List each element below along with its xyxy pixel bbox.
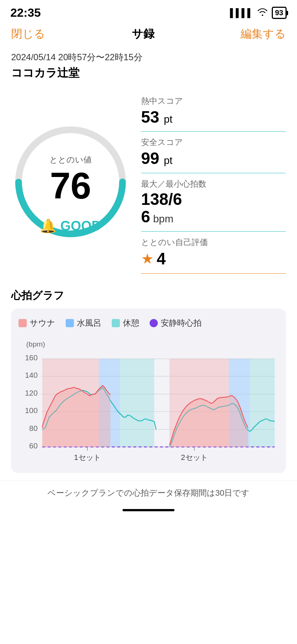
- circle-label-text: ととのい値: [49, 155, 92, 166]
- circle-label: ととのい値 76: [49, 155, 92, 205]
- metric-netchuu-label: 熱中スコア: [141, 96, 286, 107]
- legend-sauna: サウナ: [19, 318, 55, 329]
- metric-self-eval-label: ととのい自己評価: [141, 237, 286, 248]
- star-icon: ★: [141, 251, 154, 267]
- metrics-panel: 熱中スコア 53 pt 安全スコア 99 pt 最大／最小心拍数 138/6 6…: [134, 90, 286, 274]
- svg-text:160: 160: [25, 354, 37, 362]
- metric-self-eval-value: ★ 4: [141, 249, 286, 268]
- star-number: 4: [157, 249, 166, 268]
- svg-text:(bpm): (bpm): [26, 340, 45, 348]
- good-text: GOOD: [60, 218, 101, 234]
- graph-legend: サウナ 水風呂 休憩 安静時心拍: [19, 318, 278, 329]
- metric-heart-bpm: 6 bpm: [141, 207, 286, 226]
- metric-safety-label: 安全スコア: [141, 137, 286, 148]
- page-title: サ録: [132, 26, 154, 42]
- svg-text:120: 120: [25, 389, 37, 397]
- status-bar: 22:35 ▌▌▌▌ 93: [0, 0, 297, 23]
- home-bar: [123, 509, 174, 511]
- chart-svg: 160 140 120 100 80 60 (bpm): [19, 335, 278, 462]
- wifi-icon: [257, 8, 268, 18]
- water-label: 水風呂: [77, 318, 101, 329]
- svg-rect-20: [250, 359, 275, 447]
- circle-gauge: ととのい値 76 🔔 GOOD: [7, 119, 134, 245]
- chart-area: 160 140 120 100 80 60 (bpm): [19, 335, 278, 462]
- resting-hr-dot: [150, 319, 158, 327]
- metric-heart: 最大／最小心拍数 138/6 6 bpm: [141, 173, 286, 232]
- metric-heart-value: 138/6: [141, 191, 286, 207]
- legend-rest: 休憩: [112, 318, 139, 329]
- session-date: 2024/05/14 20時57分〜22時15分: [11, 51, 286, 63]
- rest-label: 休憩: [123, 318, 139, 329]
- bottom-info: ベーシックプランでの心拍データ保存期間は30日です: [0, 480, 297, 505]
- graph-container: サウナ 水風呂 休憩 安静時心拍: [11, 309, 286, 473]
- legend-resting-hr: 安静時心拍: [150, 318, 202, 329]
- water-dot: [66, 319, 74, 327]
- svg-rect-17: [120, 359, 154, 447]
- metric-self-eval: ととのい自己評価 ★ 4: [141, 232, 286, 274]
- status-time: 22:35: [10, 6, 41, 20]
- resting-hr-label: 安静時心拍: [161, 318, 202, 329]
- close-button[interactable]: 閉じる: [11, 26, 45, 42]
- session-location: ココカラ辻堂: [11, 65, 286, 81]
- home-indicator: [0, 505, 297, 515]
- score-section: ととのい値 76 🔔 GOOD 熱中スコア 53 pt 安全スコア 99 pt …: [0, 83, 297, 281]
- graph-section: 心拍グラフ サウナ 水風呂 休憩 安静時心拍: [0, 281, 297, 480]
- status-icons: ▌▌▌▌ 93: [230, 7, 287, 19]
- signal-icon: ▌▌▌▌: [230, 8, 253, 18]
- edit-button[interactable]: 編集する: [241, 26, 286, 42]
- bell-icon: 🔔: [40, 218, 56, 234]
- battery-icon: 93: [272, 7, 287, 19]
- session-info: 2024/05/14 20時57分〜22時15分 ココカラ辻堂: [0, 48, 297, 83]
- sauna-dot: [19, 319, 27, 327]
- svg-text:100: 100: [25, 406, 37, 415]
- good-badge: 🔔 GOOD: [40, 218, 101, 234]
- svg-text:60: 60: [29, 442, 38, 450]
- graph-title: 心拍グラフ: [11, 289, 286, 303]
- sauna-label: サウナ: [30, 318, 55, 329]
- rest-dot: [112, 319, 120, 327]
- metric-safety-value: 99 pt: [141, 149, 286, 167]
- legend-water: 水風呂: [66, 318, 101, 329]
- metric-heart-label: 最大／最小心拍数: [141, 178, 286, 190]
- svg-text:80: 80: [29, 424, 38, 432]
- metric-netchuu: 熱中スコア 53 pt: [141, 90, 286, 132]
- svg-text:1セット: 1セット: [74, 453, 101, 461]
- svg-text:2セット: 2セット: [181, 453, 208, 461]
- nav-bar: 閉じる サ録 編集する: [0, 23, 297, 48]
- bottom-info-text: ベーシックプランでの心拍データ保存期間は30日です: [48, 488, 249, 498]
- svg-text:140: 140: [25, 371, 37, 379]
- circle-score-value: 76: [50, 165, 91, 207]
- metric-netchuu-value: 53 pt: [141, 108, 286, 126]
- metric-safety: 安全スコア 99 pt: [141, 132, 286, 173]
